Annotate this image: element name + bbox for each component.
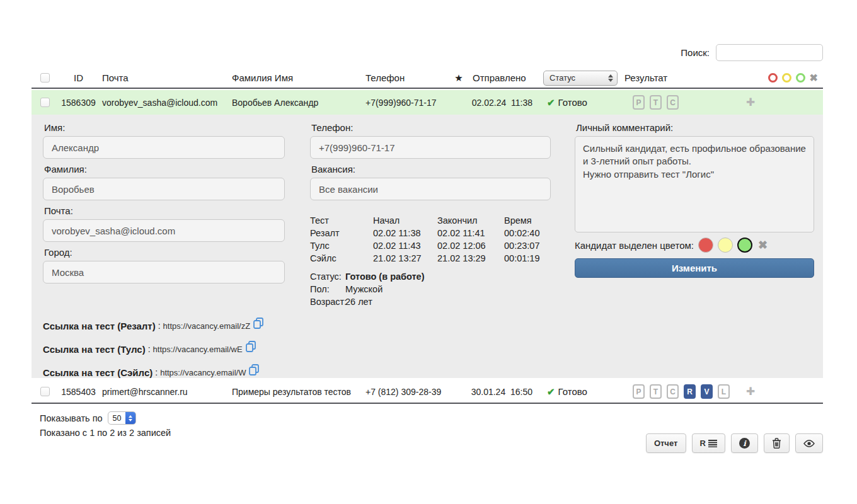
doc-c-icon[interactable]: C	[667, 95, 679, 110]
doc-c-icon[interactable]: C	[667, 384, 679, 399]
color-label: Кандидат выделен цветом:	[575, 240, 694, 251]
doc-l-icon[interactable]: L	[718, 384, 730, 399]
vacancy-field[interactable]: Все вакансии	[310, 178, 551, 200]
phone-field[interactable]: +7(999)960-71-17	[310, 136, 551, 159]
check-icon: ✔	[547, 97, 555, 108]
doc-t-icon[interactable]: T	[650, 95, 662, 110]
detail-middle-column: Телефон: +7(999)960-71-17 Вакансия: Все …	[310, 121, 551, 308]
list-icon	[708, 439, 717, 447]
filter-clear-icon[interactable]: ✖	[810, 73, 818, 83]
action-buttons: Отчет R i	[646, 433, 823, 453]
tests-row-rezalt: Резалт 02.02 11:38 02.02 11:41 00:02:40	[310, 227, 551, 239]
select-all-checkbox[interactable]	[40, 73, 50, 83]
tests-row-sails: Сэйлс 21.02 13:27 21.02 13:29 00:01:19	[310, 252, 551, 265]
test-doc-icons: P T C R V L	[620, 384, 730, 399]
mark-yellow-circle[interactable]	[718, 238, 733, 253]
header-sent: Отправлено	[468, 72, 538, 83]
check-icon: ✔	[547, 386, 555, 398]
row-checkbox[interactable]	[40, 387, 50, 396]
age-value: 26 лет	[345, 297, 372, 307]
surname-field[interactable]: Воробьев	[43, 178, 285, 200]
cell-phone: +7(999)960-71-17	[362, 98, 450, 108]
mark-green-circle-selected[interactable]	[737, 238, 752, 253]
gender-label: Пол:	[310, 283, 345, 295]
add-test-icon[interactable]: ✚	[746, 385, 755, 398]
cell-sent: 02.02.24 11:38	[468, 98, 538, 108]
filter-red-circle[interactable]	[768, 73, 778, 83]
trash-icon	[772, 438, 781, 449]
status-filter-select[interactable]: Статус	[543, 71, 618, 86]
candidate-row-1585403[interactable]: 1585403 primert@hrscanner.ru Примеры рез…	[32, 381, 823, 404]
doc-v-icon[interactable]: V	[701, 384, 713, 399]
doc-r-icon[interactable]: R	[684, 384, 696, 399]
header-name: Фамилия Имя	[228, 72, 362, 83]
surname-label: Фамилия:	[44, 164, 285, 175]
per-page-select[interactable]: 50	[108, 411, 137, 425]
per-page-label: Показывать по	[40, 413, 103, 423]
detail-right-column: Личный комментарий: Сильный кандидат, ес…	[575, 121, 814, 278]
gender-value: Мужской	[345, 284, 382, 294]
r-list-button[interactable]: R	[692, 433, 725, 453]
doc-t-icon[interactable]: T	[650, 384, 662, 399]
link-label: Ссылка на тест (Тулс)	[43, 344, 146, 355]
filter-green-circle[interactable]	[796, 73, 805, 83]
comment-textarea[interactable]: Сильный кандидат, есть профильное образо…	[575, 136, 814, 232]
email-label: Почта:	[44, 205, 285, 216]
test-link-sails: Ссылка на тест (Сэйлс) : https://vacancy…	[43, 365, 285, 379]
status-value: Готово (в работе)	[345, 272, 425, 282]
search-label: Поиск:	[681, 47, 710, 58]
status-ready: ✔ Готово	[538, 386, 620, 398]
cell-sent: 30.01.24 16:50	[468, 387, 538, 397]
candidate-row-1586309[interactable]: 1586309 vorobyev_sasha@icloud.com Воробь…	[32, 90, 823, 115]
name-label: Имя:	[44, 122, 285, 133]
test-link-tuls: Ссылка на тест (Тулс) : https://vacancy.…	[43, 342, 285, 356]
edit-button[interactable]: Изменить	[575, 258, 814, 278]
link-url[interactable]: https://vacancy.email/wE	[153, 345, 243, 354]
info-button[interactable]: i	[731, 433, 758, 453]
cell-id: 1586309	[58, 98, 99, 108]
cell-name: Воробьев Александр	[228, 98, 362, 108]
cell-phone: +7 (812) 309-28-39	[362, 387, 450, 397]
doc-p-icon[interactable]: P	[633, 384, 645, 399]
age-label: Возраст:	[310, 295, 345, 308]
per-page-control: Показывать по 50	[40, 411, 136, 425]
copy-icon[interactable]	[244, 340, 257, 353]
search-input[interactable]	[716, 44, 823, 61]
comment-label: Личный комментарий:	[576, 122, 814, 133]
doc-p-icon[interactable]: P	[633, 95, 645, 110]
link-url[interactable]: https://vacancy.email/zZ	[163, 321, 250, 331]
records-info: Показано с 1 по 2 из 2 записей	[40, 428, 171, 438]
select-arrows-icon	[608, 74, 613, 82]
detail-left-column: Имя: Александр Фамилия: Воробьев Почта: …	[43, 121, 285, 389]
mark-red-circle[interactable]	[698, 238, 713, 253]
report-button[interactable]: Отчет	[646, 433, 686, 453]
city-field[interactable]: Москва	[43, 261, 285, 284]
star-icon[interactable]: ★	[450, 72, 468, 84]
header-phone: Телефон	[362, 72, 450, 83]
copy-icon[interactable]	[252, 317, 265, 329]
name-field[interactable]: Александр	[43, 136, 285, 159]
color-filter-group: ✖	[768, 73, 823, 83]
stepper-arrows-icon	[125, 411, 135, 425]
search-bar: Поиск:	[0, 44, 823, 61]
add-test-icon[interactable]: ✚	[746, 96, 755, 109]
view-button[interactable]	[795, 433, 823, 453]
status-ready: ✔ Готово	[538, 97, 620, 108]
table-header: ID Почта Фамилия Имя Телефон ★ Отправлен…	[32, 68, 823, 89]
cell-name: Примеры результатов тестов	[228, 387, 362, 397]
mark-clear-icon[interactable]: ✖	[758, 239, 768, 251]
header-email: Почта	[99, 72, 228, 83]
email-field[interactable]: vorobyev_sasha@icloud.com	[43, 219, 285, 242]
row-checkbox[interactable]	[40, 98, 50, 107]
city-label: Город:	[44, 247, 285, 258]
eye-icon	[803, 440, 815, 447]
filter-yellow-circle[interactable]	[782, 73, 791, 83]
cell-id: 1585403	[58, 387, 99, 397]
test-link-rezalt: Ссылка на тест (Резалт) : https://vacanc…	[43, 319, 285, 333]
status-text: Готово	[558, 97, 587, 108]
phone-label: Телефон:	[311, 122, 551, 133]
delete-button[interactable]	[764, 433, 790, 453]
copy-icon[interactable]	[248, 364, 260, 376]
header-result: Результат	[620, 72, 667, 83]
link-url[interactable]: https://vacancy.email/W	[160, 368, 246, 377]
